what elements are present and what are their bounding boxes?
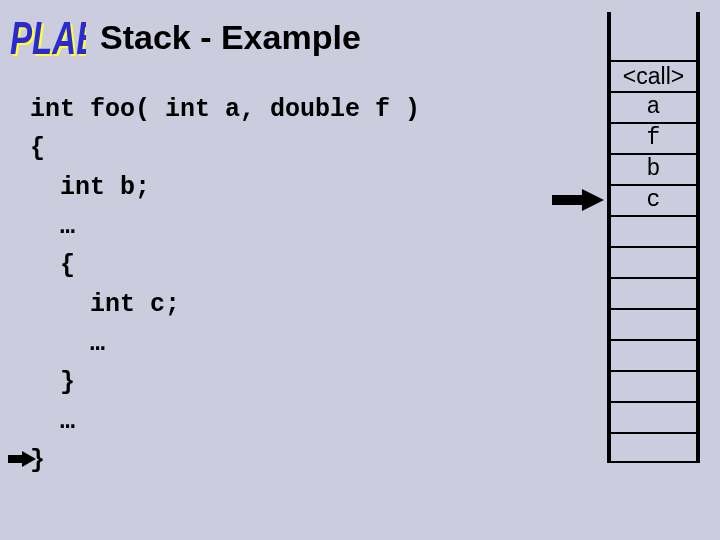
svg-text:PLAB: PLAB [10,13,86,63]
stack-pointer-arrow-icon [552,189,604,211]
plab-logo: PLAB PLAB [10,8,86,63]
stack-diagram: <call>afbc [607,12,700,463]
code-block: int foo( int a, double f ) { int b; … { … [30,90,420,480]
stack-open-top [607,12,700,60]
stack-cell: f [607,122,700,153]
current-line-arrow-icon [8,451,36,467]
slide-title: Stack - Example [100,18,361,57]
stack-cell [607,370,700,401]
stack-cell [607,215,700,246]
stack-cell [607,246,700,277]
stack-cell [607,277,700,308]
stack-cell: a [607,91,700,122]
svg-marker-3 [552,189,604,211]
stack-cell [607,308,700,339]
stack-cell [607,401,700,432]
stack-cell [607,339,700,370]
stack-cell [607,432,700,463]
svg-marker-2 [8,451,36,467]
stack-cell: c [607,184,700,215]
stack-cell: <call> [607,60,700,91]
stack-cell: b [607,153,700,184]
